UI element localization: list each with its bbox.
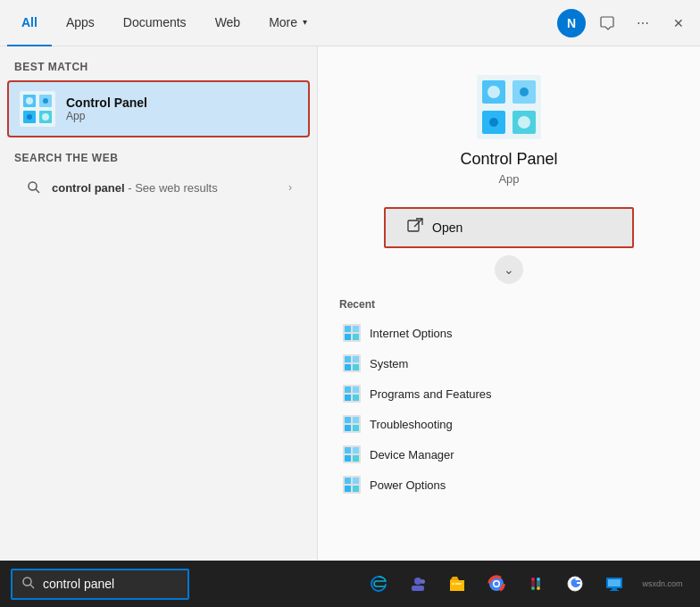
svg-rect-57	[452, 583, 454, 585]
svg-point-52	[23, 578, 31, 586]
svg-rect-56	[421, 579, 425, 584]
google-taskbar-icon[interactable]	[557, 566, 593, 602]
svg-rect-33	[345, 387, 351, 393]
svg-rect-50	[345, 486, 351, 492]
svg-point-62	[495, 582, 499, 586]
search-input-wrapper[interactable]	[11, 569, 189, 600]
main-content: Best match Control Panel App	[0, 46, 700, 561]
tab-more[interactable]: More ▾	[254, 0, 321, 46]
svg-point-17	[520, 87, 529, 96]
tab-documents[interactable]: Documents	[109, 0, 201, 46]
best-match-text: Control Panel App	[66, 96, 147, 122]
close-icon[interactable]: ✕	[664, 9, 693, 37]
slack-taskbar-icon[interactable]	[518, 566, 554, 602]
recent-section: Recent Internet Options	[318, 298, 700, 500]
web-search-text: control panel - See web results	[52, 181, 218, 195]
svg-point-19	[518, 116, 530, 129]
svg-rect-34	[353, 387, 359, 393]
svg-rect-43	[345, 447, 351, 453]
svg-rect-58	[455, 583, 462, 585]
svg-rect-73	[610, 590, 619, 591]
best-match-item[interactable]: Control Panel App	[7, 80, 310, 137]
recent-label: Recent	[339, 298, 679, 311]
svg-rect-29	[353, 356, 359, 362]
search-input[interactable]	[43, 577, 177, 591]
svg-rect-35	[345, 395, 351, 401]
svg-point-65	[531, 586, 535, 590]
svg-rect-68	[537, 581, 540, 586]
svg-line-10	[36, 189, 39, 193]
detail-app-name: Control Panel	[460, 150, 557, 169]
expand-button[interactable]: ⌄	[495, 255, 523, 284]
best-match-app-name: Control Panel	[66, 96, 147, 110]
svg-rect-46	[353, 455, 359, 461]
explorer-taskbar-icon[interactable]	[439, 566, 475, 602]
chrome-taskbar-icon[interactable]	[479, 566, 514, 602]
recent-item-internet-options[interactable]: Internet Options	[339, 318, 679, 348]
svg-point-16	[488, 86, 500, 98]
recent-item-icon-system	[343, 354, 361, 372]
web-search-section: Search the web control panel - See web r…	[0, 137, 317, 211]
svg-rect-31	[353, 364, 359, 370]
web-search-arrow: ›	[288, 181, 292, 194]
svg-point-9	[29, 182, 37, 190]
recent-item-icon-internet-options	[343, 324, 361, 342]
svg-rect-36	[353, 395, 359, 401]
svg-point-64	[537, 578, 540, 581]
svg-rect-54	[414, 578, 421, 585]
svg-rect-41	[353, 425, 359, 431]
svg-rect-55	[412, 586, 424, 591]
recent-item-troubleshooting[interactable]: Troubleshooting	[339, 409, 679, 439]
svg-rect-49	[353, 478, 359, 484]
search-bar-icon	[21, 576, 36, 593]
tab-apps[interactable]: Apps	[52, 0, 109, 46]
top-tabs: All Apps Documents Web More ▾ N ⋯ ✕	[0, 0, 700, 46]
detail-app-type: App	[498, 172, 519, 186]
web-search-item[interactable]: control panel - See web results ›	[14, 171, 303, 204]
recent-item-programs-and-features[interactable]: Programs and Features	[339, 378, 679, 409]
svg-rect-72	[612, 588, 617, 590]
right-panel: Control Panel App Open ⌄ Recent	[317, 46, 700, 561]
more-options-icon[interactable]: ⋯	[629, 9, 657, 37]
svg-point-6	[43, 98, 48, 104]
feedback-icon[interactable]	[593, 9, 621, 37]
svg-rect-51	[353, 486, 359, 492]
svg-rect-40	[345, 425, 351, 431]
svg-rect-39	[353, 417, 359, 423]
open-button[interactable]: Open	[384, 207, 634, 248]
svg-rect-67	[531, 581, 535, 586]
svg-point-66	[537, 586, 540, 590]
recent-item-power-options[interactable]: Power Options	[339, 470, 679, 500]
rdp-taskbar-icon[interactable]	[596, 566, 632, 602]
web-search-label: Search the web	[14, 152, 303, 171]
svg-rect-71	[608, 579, 621, 586]
svg-rect-28	[345, 356, 351, 362]
recent-item-icon-programs	[343, 385, 361, 403]
chevron-down-icon: ⌄	[504, 262, 514, 277]
svg-point-7	[27, 114, 32, 120]
tab-web[interactable]: Web	[201, 0, 255, 46]
left-panel: Best match Control Panel App	[0, 46, 317, 561]
open-label: Open	[432, 220, 462, 235]
svg-line-53	[30, 585, 34, 588]
svg-rect-20	[408, 220, 419, 231]
search-icon	[25, 179, 43, 196]
search-panel: All Apps Documents Web More ▾ N ⋯ ✕	[0, 0, 700, 607]
teams-taskbar-icon[interactable]	[400, 566, 436, 602]
svg-point-5	[26, 97, 33, 104]
chevron-down-icon: ▾	[303, 17, 307, 27]
svg-point-8	[42, 113, 49, 121]
recent-item-system[interactable]: System	[339, 348, 679, 378]
tab-all[interactable]: All	[7, 0, 52, 46]
recent-item-device-manager[interactable]: Device Manager	[339, 439, 679, 470]
svg-rect-26	[353, 334, 359, 340]
edge-taskbar-icon[interactable]	[361, 566, 396, 602]
control-panel-icon-large	[20, 91, 55, 127]
best-match-app-type: App	[66, 110, 147, 122]
svg-rect-30	[345, 364, 351, 370]
user-avatar[interactable]: N	[557, 9, 586, 37]
svg-rect-45	[345, 455, 351, 461]
open-icon	[407, 218, 423, 237]
recent-item-icon-device-manager	[343, 445, 361, 463]
svg-rect-38	[345, 417, 351, 423]
